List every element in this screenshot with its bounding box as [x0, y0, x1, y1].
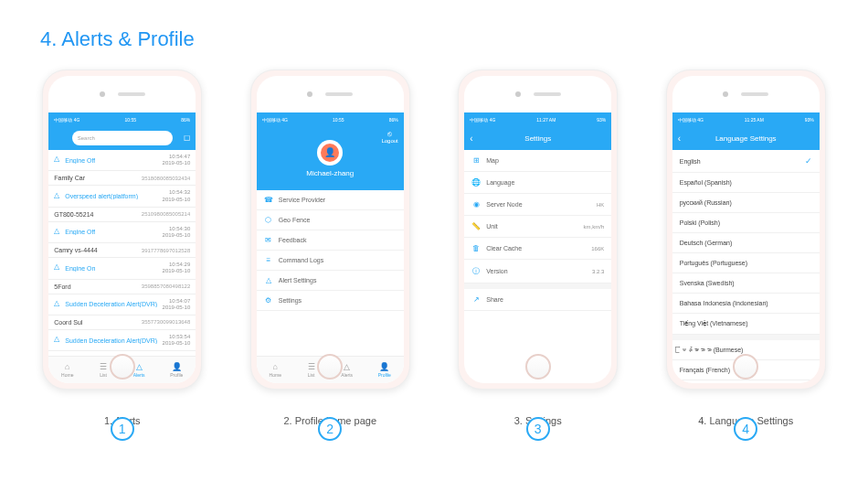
warning-icon: [54, 156, 61, 164]
alert-row[interactable]: Sudden Deceleration Alert(DVR)10:54:0720…: [48, 294, 196, 316]
settings-icon: ↗: [471, 295, 481, 304]
menu-row[interactable]: △Alert Settings: [257, 271, 404, 291]
language-row[interactable]: Bahasa Indonesia (Indonesian): [672, 294, 820, 314]
language-header: ‹ Language Settings: [672, 126, 820, 150]
tab-icon: ☰: [307, 362, 316, 371]
alert-device-row: Family Car3518080085032434: [48, 171, 196, 186]
settings-row[interactable]: ↗Share: [464, 289, 611, 311]
language-row[interactable]: Tiếng Việt (Vietnamese): [672, 314, 820, 335]
menu-icon: ≡: [264, 256, 273, 264]
search-input[interactable]: Search: [72, 131, 173, 145]
settings-row[interactable]: 🗑Clear Cache166K: [464, 238, 611, 260]
badge-2: 2: [318, 417, 342, 441]
tab-icon: 👤: [380, 362, 389, 371]
phone-row: 中国移动 4G10:5586% Search ☐ Engine Off10:54…: [0, 51, 868, 426]
settings-row[interactable]: ◉Server NodeHK: [464, 194, 611, 216]
tab-icon: ⌂: [63, 362, 72, 371]
badge-3: 3: [526, 417, 550, 441]
alert-row[interactable]: Engine Off10:54:472019-05-10: [48, 150, 196, 171]
settings-row[interactable]: ⓘVersion3.2.3: [464, 260, 611, 283]
tab-icon: △: [134, 362, 143, 371]
language-row[interactable]: Deutsch (German): [672, 233, 820, 253]
back-icon[interactable]: ‹: [470, 134, 472, 144]
home-button[interactable]: [733, 354, 758, 380]
menu-icon: ⚙: [264, 296, 273, 305]
menu-row[interactable]: ☎Service Provider: [257, 190, 404, 210]
alert-row[interactable]: Overspeed alert(platform)10:54:322019-05…: [48, 186, 196, 207]
logout-button[interactable]: ⎋ Logout: [381, 130, 397, 144]
language-row[interactable]: Polski (Polish): [672, 213, 820, 233]
page-title: 4. Alerts & Profile: [0, 0, 868, 51]
tab-icon: ⌂: [270, 362, 280, 371]
menu-icon: △: [264, 276, 273, 284]
tab-profile[interactable]: 👤Profile: [170, 362, 183, 378]
language-list: English✓Español (Spanish)русский (Russia…: [672, 150, 820, 383]
tab-list[interactable]: ☰List: [99, 362, 108, 378]
badge-4: 4: [734, 417, 757, 441]
settings-icon: ⊞: [471, 156, 481, 165]
menu-row[interactable]: ⬡Geo Fence: [257, 210, 404, 230]
menu-row[interactable]: ✉Feedback: [257, 230, 404, 251]
alert-device-row: 5Ford3598857080498122: [48, 280, 196, 294]
alert-row[interactable]: Engine On10:54:292019-05-10: [48, 258, 196, 279]
alerts-header: Search ☐: [48, 126, 196, 150]
menu-icon: ⬡: [264, 216, 273, 224]
avatar[interactable]: 👤: [317, 140, 343, 166]
warning-icon: [54, 193, 61, 200]
alert-row[interactable]: Engine Off10:54:302019-05-10: [48, 222, 196, 243]
status-bar: 中国移动 4G11:27 AM93%: [464, 112, 611, 126]
settings-icon: 🗑: [471, 244, 481, 252]
language-row[interactable]: Svenska (Swedish): [672, 273, 820, 294]
tab-profile[interactable]: 👤Profile: [378, 362, 391, 378]
warning-icon: [54, 264, 61, 272]
settings-icon: 📏: [471, 222, 481, 230]
language-row[interactable]: English✓: [672, 150, 820, 173]
warning-icon: [54, 337, 61, 344]
home-button[interactable]: [110, 354, 135, 380]
tab-list[interactable]: ☰List: [307, 362, 316, 378]
profile-menu: ☎Service Provider⬡Geo Fence✉Feedback≡Com…: [257, 190, 404, 356]
tab-icon: ☰: [99, 362, 108, 371]
settings-row[interactable]: ⊞Map: [464, 150, 611, 172]
username: Michael-zhang: [306, 169, 354, 177]
back-icon[interactable]: ‹: [678, 134, 681, 144]
settings-header: ‹ Settings: [464, 126, 611, 150]
language-row[interactable]: Español (Spanish): [672, 173, 820, 193]
tab-icon: △: [343, 362, 352, 371]
phone-settings: 中国移动 4G11:27 AM93% ‹ Settings ⊞Map🌐Langu…: [458, 70, 618, 426]
phone-profile: 中国移动 4G10:5586% ⎋ Logout 👤 Michael-zhang…: [250, 70, 410, 426]
settings-icon: 🌐: [471, 178, 481, 187]
tab-icon: 👤: [172, 362, 181, 371]
settings-list: ⊞Map🌐Language◉Server NodeHK📏Unitkm,km/h🗑…: [464, 150, 611, 383]
language-row[interactable]: русский (Russian): [672, 193, 820, 213]
status-bar: 中国移动 4G11:25 AM93%: [672, 112, 820, 126]
badge-1: 1: [111, 417, 134, 441]
menu-icon: ✉: [264, 236, 273, 244]
warning-icon: [54, 229, 61, 236]
alert-device-row: GT800-552142510980085005214: [48, 208, 196, 222]
status-bar: 中国移动 4G10:5586%: [257, 112, 404, 126]
settings-row[interactable]: 🌐Language: [464, 172, 611, 194]
calendar-icon[interactable]: ☐: [184, 134, 190, 143]
alert-device-row: Camry vs-44443917778697012528: [48, 243, 196, 258]
settings-icon: ⓘ: [471, 266, 481, 276]
tab-home[interactable]: ⌂Home: [270, 362, 281, 378]
menu-row[interactable]: ≡Command Logs: [257, 251, 404, 271]
phone-alerts: 中国移动 4G10:5586% Search ☐ Engine Off10:54…: [42, 70, 202, 426]
language-row[interactable]: Português (Portuguese): [672, 253, 820, 273]
phone-language: 中国移动 4G11:25 AM93% ‹ Language Settings E…: [666, 70, 826, 426]
home-button[interactable]: [317, 354, 343, 380]
alert-row[interactable]: Sudden Deceleration Alert(DVR)10:53:5420…: [48, 330, 196, 351]
settings-icon: ◉: [471, 200, 481, 209]
alerts-list: Engine Off10:54:472019-05-10Family Car35…: [48, 150, 196, 356]
menu-icon: ☎: [264, 196, 273, 204]
home-button[interactable]: [525, 354, 551, 380]
warning-icon: [54, 301, 61, 308]
check-icon: ✓: [805, 156, 812, 166]
alert-device-row: Coord Sul3557730099013648: [48, 316, 196, 330]
menu-row[interactable]: ⚙Settings: [257, 291, 404, 311]
settings-row[interactable]: 📏Unitkm,km/h: [464, 216, 611, 238]
status-bar: 中国移动 4G10:5586%: [48, 112, 196, 126]
profile-hero: ⎋ Logout 👤 Michael-zhang: [257, 126, 404, 190]
tab-home[interactable]: ⌂Home: [61, 362, 73, 378]
